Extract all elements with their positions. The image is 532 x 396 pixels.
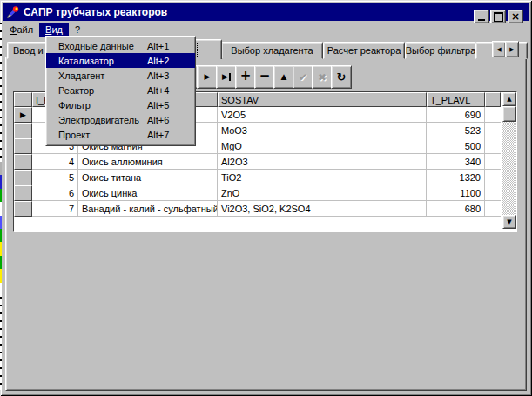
cell-name[interactable]: Ванадий - калий - сульфатный [78, 201, 218, 217]
nav-refresh-button[interactable]: ↻ [331, 65, 352, 89]
cell-sostav[interactable]: MgO [218, 138, 427, 154]
cell-filler [485, 170, 501, 185]
menu-item-label: Катализатор [58, 56, 147, 66]
cell-t-plavl[interactable]: 690 [427, 107, 485, 123]
cell-filler [485, 201, 501, 217]
nav-cancel-button: ✖ [312, 65, 333, 89]
cell-filler [485, 154, 501, 170]
menubar-item-файл[interactable]: Файл [3, 23, 39, 37]
tab-Выбор фильтра[interactable]: Выбор фильтра [405, 42, 476, 59]
table-vertical-scrollbar[interactable]: ▲ ▼ [502, 92, 516, 229]
tab-Выбор хладагента[interactable]: Выбор хладагента [221, 42, 323, 59]
cell-name[interactable]: Окись цинка [78, 185, 218, 201]
scroll-down-button[interactable]: ▼ [502, 215, 516, 229]
cell-sostav[interactable]: V2O5 [218, 107, 427, 123]
menu-item-shortcut: Alt+1 [147, 41, 182, 51]
cell-name[interactable]: Окись аллюминия [78, 154, 218, 170]
nav-insert-button[interactable]: + [235, 65, 256, 89]
tab-Расчет реактора[interactable]: Расчет реактора [323, 42, 405, 59]
menu-item-shortcut: Alt+2 [147, 56, 182, 66]
tab-label: Расчет реактора [327, 45, 401, 56]
cell-id[interactable]: 4 [32, 154, 78, 170]
cell-sostav[interactable]: TiO2 [218, 170, 427, 185]
cell-sostav[interactable]: Vi2O3, SiO2, K2SO4 [218, 201, 427, 217]
row-selector-cell[interactable] [14, 201, 32, 217]
nav-refresh-icon: ↻ [337, 71, 347, 83]
cell-t-plavl[interactable]: 1320 [427, 170, 485, 185]
row-selector-cell[interactable] [14, 123, 32, 138]
cell-id[interactable]: 7 [32, 201, 78, 217]
row-selector-cell[interactable] [14, 154, 32, 170]
tab-scroll-right-button[interactable]: ▶ [505, 41, 519, 57]
column-header-SOSTAV: SOSTAV [218, 92, 427, 107]
menu-item-alt+4[interactable]: РеакторAlt+4 [46, 83, 195, 97]
nav-cancel-icon: ✖ [318, 72, 327, 83]
cell-filler [485, 185, 501, 201]
scroll-up-button[interactable]: ▲ [502, 92, 516, 106]
menu-item-shortcut: Alt+3 [147, 70, 182, 81]
scrollbar-track[interactable] [502, 122, 516, 215]
cell-t-plavl[interactable]: 340 [427, 154, 485, 170]
menu-item-shortcut: Alt+5 [147, 100, 182, 111]
menu-item-alt+6[interactable]: ЭлектродвигательAlt+6 [46, 112, 195, 127]
cell-t-plavl[interactable]: 680 [427, 201, 485, 217]
menu-item-alt+5[interactable]: ФильтрAlt+5 [46, 97, 195, 112]
cell-id[interactable]: 6 [32, 185, 78, 201]
menu-item-shortcut: Alt+4 [147, 85, 182, 96]
maximize-icon [494, 12, 503, 22]
cell-id[interactable]: 5 [32, 170, 78, 185]
menu-item-label: Проект [58, 130, 147, 140]
menu-item-shortcut: Alt+7 [147, 130, 182, 140]
tab-scroll-left-button[interactable]: ◀ [492, 41, 506, 57]
view-menu-popup: Входные данныеAlt+1КатализаторAlt+2Хлада… [45, 36, 196, 146]
arrow-down-icon: ▼ [507, 218, 511, 225]
row-selector-cell[interactable] [14, 170, 32, 185]
title-bar[interactable]: САПР трубчатых реакторов × [3, 3, 529, 21]
nav-delete-button[interactable]: − [254, 65, 275, 89]
nav-last-icon: ▶ [222, 73, 228, 81]
menu-item-label: Входные данные [58, 41, 147, 51]
menu-item-alt+2[interactable]: КатализаторAlt+2 [46, 53, 195, 68]
nav-edit-button[interactable]: ▲ [273, 65, 294, 89]
application-window: САПР трубчатых реакторов × ФайлВид? Ввод… [0, 0, 532, 396]
tab-label: Ввод и [13, 45, 44, 56]
row-selector-cell[interactable] [14, 138, 32, 154]
cell-filler [485, 107, 501, 123]
cell-filler [485, 138, 501, 154]
cell-t-plavl[interactable]: 500 [427, 138, 485, 154]
cell-t-plavl[interactable]: 523 [427, 123, 485, 138]
tab-label: Выбор хладагента [231, 45, 313, 56]
menu-item-label: Реактор [58, 85, 147, 96]
nav-post-button: ✔ [293, 65, 313, 89]
column-header-blank [485, 92, 501, 107]
cell-sostav[interactable]: MoO3 [218, 123, 427, 138]
chevron-right-icon: ▶ [509, 46, 514, 53]
table-row[interactable]: 4Окись аллюминияAl2O3340 [14, 154, 502, 170]
nav-last-icon [229, 73, 231, 81]
nav-delete-icon: − [259, 70, 271, 83]
row-selector-cell[interactable] [14, 185, 32, 201]
menu-item-alt+1[interactable]: Входные данныеAlt+1 [46, 38, 195, 53]
table-row[interactable]: 7Ванадий - калий - сульфатныйVi2O3, SiO2… [14, 201, 502, 217]
table-row[interactable]: 5Окись титанаTiO21320 [14, 170, 502, 185]
menu-item-alt+7[interactable]: ПроектAlt+7 [46, 127, 195, 142]
row-selector-cell[interactable]: ▶ [14, 107, 32, 123]
column-header-blank [14, 92, 32, 107]
menu-item-label: Электродвигатель [58, 115, 147, 125]
nav-insert-icon: + [240, 70, 252, 83]
scrollbar-thumb[interactable] [502, 106, 516, 122]
cell-sostav[interactable]: ZnO [218, 185, 427, 201]
menu-item-label: Хладагент [58, 70, 147, 81]
menu-item-label: Фильтр [58, 100, 147, 111]
cell-name[interactable]: Окись титана [78, 170, 218, 185]
cell-sostav[interactable]: Al2O3 [218, 154, 427, 170]
menu-item-alt+3[interactable]: ХладагентAlt+3 [46, 68, 195, 83]
nav-next-button[interactable]: ▶ [197, 65, 218, 89]
nav-last-button[interactable]: ▶ [216, 65, 237, 89]
chevron-left-icon: ◀ [496, 46, 501, 53]
current-row-indicator-icon: ▶ [20, 111, 26, 119]
cell-t-plavl[interactable]: 1100 [427, 185, 485, 201]
nav-edit-icon: ▲ [281, 73, 287, 81]
app-torch-icon[interactable] [6, 5, 20, 19]
table-row[interactable]: 6Окись цинкаZnO1100 [14, 185, 502, 201]
